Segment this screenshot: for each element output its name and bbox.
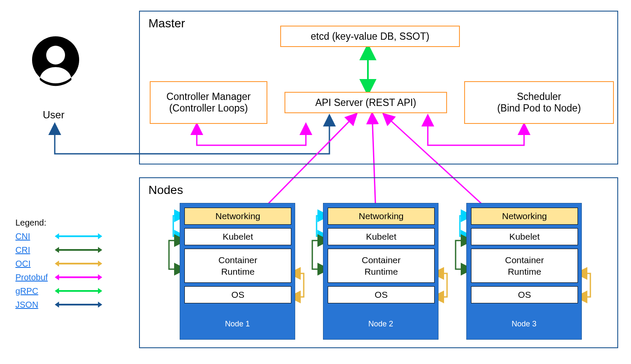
nodes-title: Nodes xyxy=(148,183,183,197)
node-2-name: Node 2 xyxy=(323,320,438,329)
scheduler-box: Scheduler (Bind Pod to Node) xyxy=(464,81,614,124)
legend-link-cri[interactable]: CRI xyxy=(15,243,58,257)
legend-row-protobuf: Protobuf xyxy=(15,270,99,284)
legend-arrow-grpc xyxy=(58,290,99,292)
legend: Legend: CNI CRI OCI Protobuf gRPC JSON xyxy=(15,216,99,311)
user-icon xyxy=(32,36,79,102)
controller-manager-box: Controller Manager (Controller Loops) xyxy=(150,81,267,124)
legend-link-cni[interactable]: CNI xyxy=(15,229,58,243)
legend-link-oci[interactable]: OCI xyxy=(15,257,58,270)
legend-row-cni: CNI xyxy=(15,229,99,243)
legend-title: Legend: xyxy=(15,216,99,229)
master-title: Master xyxy=(148,17,185,30)
legend-arrow-cri xyxy=(58,249,99,251)
controller-manager-line1: Controller Manager xyxy=(166,91,251,103)
legend-row-json: JSON xyxy=(15,298,99,311)
node-1-name: Node 1 xyxy=(180,320,295,329)
node-3: Networking Kubelet Container Runtime OS … xyxy=(466,203,582,340)
node-2-networking: Networking xyxy=(328,208,435,225)
node-1-kubelet: Kubelet xyxy=(184,228,291,245)
node-1-os: OS xyxy=(184,286,291,303)
node-3-name: Node 3 xyxy=(467,320,581,329)
node-1-container-runtime: Container Runtime xyxy=(184,249,291,283)
scheduler-line2: (Bind Pod to Node) xyxy=(497,103,581,114)
legend-arrow-oci xyxy=(58,263,99,264)
legend-row-cri: CRI xyxy=(15,243,99,257)
node-3-networking: Networking xyxy=(471,208,578,225)
user-label: User xyxy=(43,109,65,121)
legend-row-grpc: gRPC xyxy=(15,284,99,298)
legend-arrow-protobuf xyxy=(58,276,99,278)
legend-link-grpc[interactable]: gRPC xyxy=(15,284,58,298)
legend-link-protobuf[interactable]: Protobuf xyxy=(15,270,58,284)
node-3-os: OS xyxy=(471,286,578,303)
node-1: Networking Kubelet Container Runtime OS … xyxy=(180,203,295,340)
legend-link-json[interactable]: JSON xyxy=(15,298,58,311)
node-2-kubelet: Kubelet xyxy=(328,228,435,245)
node-3-container-runtime: Container Runtime xyxy=(471,249,578,283)
controller-manager-line2: (Controller Loops) xyxy=(169,103,248,114)
node-3-kubelet: Kubelet xyxy=(471,228,578,245)
node-2: Networking Kubelet Container Runtime OS … xyxy=(323,203,438,340)
api-server-box: API Server (REST API) xyxy=(284,92,447,113)
legend-arrow-cni xyxy=(58,235,99,237)
node-1-networking: Networking xyxy=(184,208,291,225)
scheduler-line1: Scheduler xyxy=(517,91,561,103)
legend-row-oci: OCI xyxy=(15,257,99,270)
node-2-os: OS xyxy=(328,286,435,303)
legend-arrow-json xyxy=(58,304,99,305)
node-2-container-runtime: Container Runtime xyxy=(328,249,435,283)
etcd-box: etcd (key-value DB, SSOT) xyxy=(280,26,460,47)
